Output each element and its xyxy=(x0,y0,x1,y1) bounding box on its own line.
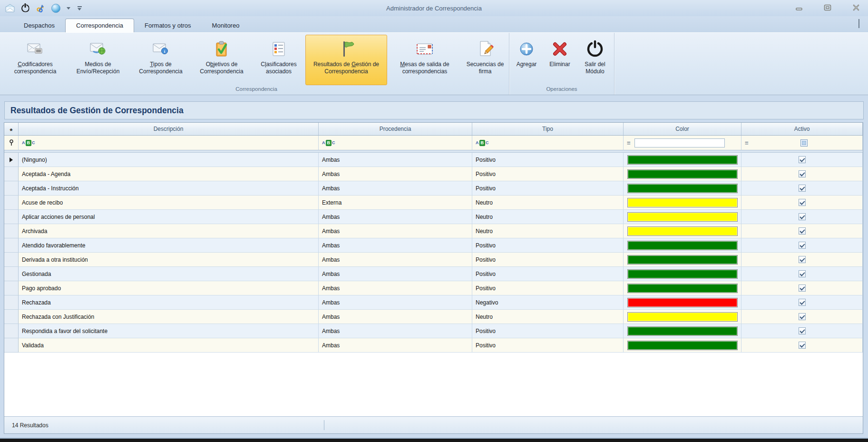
cell-descripcion[interactable]: Validada xyxy=(19,338,319,353)
activo-checkbox[interactable] xyxy=(799,156,806,163)
cell-color[interactable] xyxy=(624,338,741,353)
cell-descripcion[interactable]: Gestionada xyxy=(19,267,319,281)
filter-color[interactable]: = xyxy=(624,136,741,150)
cell-tipo[interactable]: Positivo xyxy=(472,238,624,253)
ribbon-button-medios-de-envío-recepción[interactable]: Medios de Envío/Recepción xyxy=(66,35,130,85)
ribbon-button-objetivos-de-correspondencia[interactable]: Objetivos de Correspondencia xyxy=(191,35,252,85)
cell-tipo[interactable]: Neutro xyxy=(472,196,624,210)
cell-descripcion[interactable]: Aceptada - Agenda xyxy=(19,167,319,181)
cell-tipo[interactable]: Positivo xyxy=(472,253,624,267)
cell-activo[interactable] xyxy=(741,167,863,181)
activo-checkbox[interactable] xyxy=(799,342,806,349)
cell-color[interactable] xyxy=(624,281,741,295)
activo-checkbox[interactable] xyxy=(799,242,806,249)
minimize-button[interactable] xyxy=(794,3,804,12)
cell-descripcion[interactable]: Aceptada - Instrucción xyxy=(19,181,319,196)
column-header-color[interactable]: Color xyxy=(624,123,741,135)
table-row[interactable]: Aceptada - Instrucción Ambas Positivo xyxy=(4,181,863,196)
cell-color[interactable] xyxy=(624,295,741,310)
activo-checkbox[interactable] xyxy=(799,270,806,277)
close-button[interactable] xyxy=(851,3,861,12)
table-row[interactable]: Aceptada - Agenda Ambas Positivo xyxy=(4,167,863,181)
cell-descripcion[interactable]: Rechazada xyxy=(19,295,319,310)
cell-color[interactable] xyxy=(624,181,741,196)
cell-color[interactable] xyxy=(624,196,741,210)
cell-procedencia[interactable]: Ambas xyxy=(319,267,472,281)
cell-tipo[interactable]: Positivo xyxy=(472,167,624,181)
cell-procedencia[interactable]: Ambas xyxy=(319,295,472,310)
cell-procedencia[interactable]: Ambas xyxy=(319,153,472,167)
cell-descripcion[interactable]: (Ninguno) xyxy=(19,153,319,167)
cell-procedencia[interactable]: Ambas xyxy=(319,210,472,224)
cell-procedencia[interactable]: Ambas xyxy=(319,167,472,181)
cell-descripcion[interactable]: Rechazada con Justificación xyxy=(19,310,319,324)
cell-procedencia[interactable]: Externa xyxy=(319,196,472,210)
ribbon-button-eliminar[interactable]: Eliminar xyxy=(543,35,577,85)
cell-color[interactable] xyxy=(624,238,741,253)
cell-color[interactable] xyxy=(624,153,741,167)
cell-procedencia[interactable]: Ambas xyxy=(319,338,472,353)
activo-filter-checkbox[interactable] xyxy=(800,139,808,147)
cell-tipo[interactable]: Positivo xyxy=(472,281,624,295)
table-row[interactable]: Validada Ambas Positivo xyxy=(4,338,863,353)
cell-descripcion[interactable]: Pago aprobado xyxy=(19,281,319,295)
activo-checkbox[interactable] xyxy=(799,199,806,206)
cell-tipo[interactable]: Positivo xyxy=(472,338,624,353)
cell-tipo[interactable]: Neutro xyxy=(472,224,624,238)
table-row[interactable]: Atendido favorablemente Ambas Positivo xyxy=(4,238,863,253)
ribbon-button-tipos-de-correspondencia[interactable]: i Tipos de Correspondencia xyxy=(130,35,191,85)
cell-color[interactable] xyxy=(624,167,741,181)
ribbon-button-clasificadores-asociados[interactable]: Clasificadores asociados xyxy=(252,35,305,85)
cell-procedencia[interactable]: Ambas xyxy=(319,324,472,338)
cell-descripcion[interactable]: Archivada xyxy=(19,224,319,238)
column-header-procedencia[interactable]: Procedencia xyxy=(319,123,472,135)
ribbon-button-agregar[interactable]: Agregar xyxy=(510,35,543,85)
cell-descripcion[interactable]: Atendido favorablemente xyxy=(19,238,319,253)
column-header-descripcion[interactable]: Descripción xyxy=(19,123,319,135)
ribbon-collapse-icon[interactable] xyxy=(858,20,859,29)
filter-activo[interactable]: = xyxy=(741,136,863,150)
equals-operator-icon[interactable]: = xyxy=(627,139,631,147)
table-row[interactable]: Gestionada Ambas Positivo xyxy=(4,267,863,281)
power-icon[interactable] xyxy=(20,3,30,13)
cell-procedencia[interactable]: Ambas xyxy=(319,181,472,196)
cell-activo[interactable] xyxy=(741,267,863,281)
cell-tipo[interactable]: Positivo xyxy=(472,324,624,338)
activo-checkbox[interactable] xyxy=(799,299,806,306)
cell-color[interactable] xyxy=(624,310,741,324)
table-row[interactable]: Pago aprobado Ambas Positivo xyxy=(4,281,863,295)
activo-checkbox[interactable] xyxy=(799,170,806,177)
cell-descripcion[interactable]: Respondida a favor del solicitante xyxy=(19,324,319,338)
activo-checkbox[interactable] xyxy=(799,213,806,220)
cell-activo[interactable] xyxy=(741,310,863,324)
cell-tipo[interactable]: Neutro xyxy=(472,210,624,224)
table-row[interactable]: Respondida a favor del solicitante Ambas… xyxy=(4,324,863,338)
cell-activo[interactable] xyxy=(741,238,863,253)
tab-monitoreo[interactable]: Monitoreo xyxy=(202,19,250,32)
activo-checkbox[interactable] xyxy=(799,327,806,334)
cell-tipo[interactable]: Positivo xyxy=(472,153,624,167)
filter-procedencia[interactable]: ABC xyxy=(319,136,472,150)
qat-customize-icon[interactable] xyxy=(76,3,83,13)
cell-tipo[interactable]: Neutro xyxy=(472,310,624,324)
maximize-button[interactable] xyxy=(822,3,833,12)
ribbon-button-resultados-de-gestión-de-correspondencia[interactable]: Resultados de Gestión de Correspondencia xyxy=(305,35,387,85)
ribbon-button-codificadores-correspondencia[interactable]: Codificadores correspondencia xyxy=(5,35,66,85)
cell-activo[interactable] xyxy=(741,181,863,196)
tab-despachos[interactable]: Despachos xyxy=(13,19,65,32)
ribbon-button-salir-del-módulo[interactable]: Salir del Módulo xyxy=(577,35,613,85)
cell-activo[interactable] xyxy=(741,253,863,267)
cell-procedencia[interactable]: Ambas xyxy=(319,238,472,253)
cell-descripcion[interactable]: Aplicar acciones de personal xyxy=(19,210,319,224)
filter-tipo[interactable]: ABC xyxy=(472,136,624,150)
activo-checkbox[interactable] xyxy=(799,285,806,292)
activo-checkbox[interactable] xyxy=(799,256,806,263)
cell-color[interactable] xyxy=(624,210,741,224)
keys-icon[interactable] xyxy=(35,3,46,13)
tab-correspondencia[interactable]: Correspondencia xyxy=(65,19,134,32)
cell-color[interactable] xyxy=(624,253,741,267)
cell-descripcion[interactable]: Acuse de recibo xyxy=(19,196,319,210)
cell-color[interactable] xyxy=(624,224,741,238)
cell-procedencia[interactable]: Ambas xyxy=(319,224,472,238)
orb-dropdown-icon[interactable] xyxy=(66,3,71,13)
